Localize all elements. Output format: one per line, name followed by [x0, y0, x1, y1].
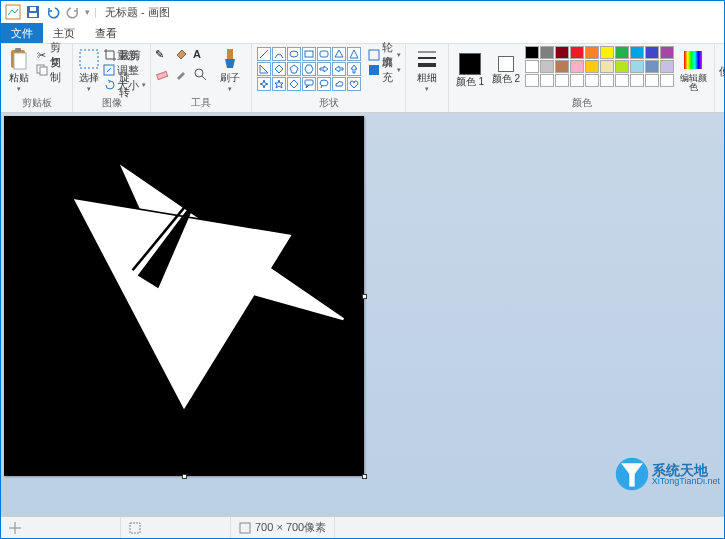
chevron-down-icon: ▾ [425, 85, 429, 93]
resize-handle[interactable] [362, 294, 367, 299]
color-swatch[interactable] [525, 46, 539, 59]
eraser-icon[interactable] [155, 67, 173, 85]
paste-button[interactable]: 粘贴 ▾ [5, 46, 34, 94]
svg-rect-29 [369, 65, 379, 75]
tab-file[interactable]: 文件 [1, 23, 43, 43]
svg-point-12 [195, 69, 203, 77]
color-swatch[interactable] [570, 74, 584, 87]
shapes-gallery[interactable] [256, 46, 362, 92]
svg-rect-5 [14, 53, 26, 69]
color-swatch[interactable] [645, 74, 659, 87]
color-swatch[interactable] [540, 46, 554, 59]
color-swatch[interactable] [570, 46, 584, 59]
color-swatch[interactable] [585, 74, 599, 87]
shape-rect-icon [302, 47, 316, 61]
copy-button[interactable]: 复制 [36, 63, 68, 77]
canvas[interactable] [4, 116, 364, 476]
svg-rect-0 [6, 5, 20, 19]
color-swatch[interactable] [645, 60, 659, 73]
color-swatch[interactable] [555, 60, 569, 73]
shape-pentagon-icon [287, 62, 301, 76]
select-button[interactable]: 选择 ▾ [77, 46, 101, 94]
color-swatch[interactable] [615, 60, 629, 73]
magnifier-icon[interactable] [193, 67, 211, 85]
shape-star6-icon [287, 77, 301, 91]
shape-arrowr-icon [317, 62, 331, 76]
picker-icon[interactable] [174, 67, 192, 85]
svg-rect-46 [240, 523, 250, 533]
shape-heart-icon [347, 77, 361, 91]
color-swatch[interactable] [525, 74, 539, 87]
text-icon[interactable]: A [193, 48, 211, 66]
svg-marker-21 [290, 65, 298, 73]
color-swatch[interactable] [615, 46, 629, 59]
select-icon [77, 47, 101, 71]
color-swatch[interactable] [555, 74, 569, 87]
canvas-area[interactable]: 系统天地 XiTongTianDi.net [1, 113, 724, 516]
qat-dropdown-icon[interactable]: ▾ [85, 7, 90, 17]
shape-oval-icon [287, 47, 301, 61]
rotate-button[interactable]: 旋转 ▾ [103, 78, 146, 92]
color1-button[interactable]: 颜色 1 [453, 46, 487, 94]
color-swatch[interactable] [600, 46, 614, 59]
color-palette[interactable] [525, 46, 674, 87]
color-swatch[interactable] [585, 46, 599, 59]
color-swatch[interactable] [555, 46, 569, 59]
chevron-down-icon: ▾ [228, 85, 232, 93]
shape-line-icon [257, 47, 271, 61]
resize-handle[interactable] [182, 474, 187, 479]
brush-icon [218, 47, 242, 71]
resize-handle[interactable] [362, 474, 367, 479]
rainbow-icon [681, 48, 705, 72]
shape-arrowu-icon [347, 62, 361, 76]
save-icon[interactable] [25, 4, 41, 20]
color-swatch[interactable] [540, 60, 554, 73]
undo-icon[interactable] [45, 4, 61, 20]
fill-button[interactable]: 填充 ▾ [368, 63, 401, 77]
tab-view[interactable]: 查看 [85, 23, 127, 43]
crosshair-icon [9, 522, 21, 534]
color-swatch[interactable] [540, 74, 554, 87]
paint3d-button[interactable]: 使用画图 3D 进行编辑 [719, 46, 725, 94]
color-swatch[interactable] [660, 46, 674, 59]
color-swatch[interactable] [600, 74, 614, 87]
bucket-icon[interactable] [174, 48, 192, 66]
pencil-icon[interactable]: ✎ [155, 48, 173, 66]
stroke-button[interactable]: 粗细 ▾ [410, 46, 444, 94]
shape-callout2-icon [317, 77, 331, 91]
color2-button[interactable]: 颜色 2 [489, 46, 523, 94]
color-swatch[interactable] [630, 46, 644, 59]
watermark-url: XiTongTianDi.net [652, 477, 720, 486]
color-swatch[interactable] [630, 60, 644, 73]
svg-rect-11 [157, 71, 168, 79]
color-swatch[interactable] [525, 60, 539, 73]
redo-icon[interactable] [65, 4, 81, 20]
shape-star4-icon [257, 77, 271, 91]
color-swatch[interactable] [615, 74, 629, 87]
svg-rect-45 [130, 523, 140, 533]
shape-callout-icon [302, 77, 316, 91]
color2-swatch [498, 56, 514, 72]
title-bar: ▾ | 无标题 - 画图 [1, 1, 724, 23]
brush-button[interactable]: 刷子 ▾ [213, 46, 247, 94]
crop-icon [103, 48, 117, 62]
shape-roundrect-icon [317, 47, 331, 61]
color-swatch[interactable] [645, 46, 659, 59]
svg-marker-17 [335, 50, 343, 57]
color-swatch[interactable] [585, 60, 599, 73]
group-label: 剪贴板 [22, 95, 52, 112]
status-size: 700 × 700像素 [231, 517, 335, 538]
color-swatch[interactable] [660, 74, 674, 87]
color-swatch[interactable] [600, 60, 614, 73]
svg-rect-3 [30, 7, 36, 11]
color-swatch[interactable] [660, 60, 674, 73]
status-bar: 700 × 700像素 [1, 516, 724, 538]
shape-cloud-icon [332, 77, 346, 91]
color-swatch[interactable] [570, 60, 584, 73]
color-swatch[interactable] [630, 74, 644, 87]
edit-colors-button[interactable]: 编辑颜色 [676, 46, 710, 94]
svg-marker-20 [275, 65, 283, 73]
stroke-icon [415, 47, 439, 71]
group-clipboard: 粘贴 ▾ ✂剪切 复制 剪贴板 [1, 44, 73, 112]
svg-marker-25 [290, 80, 298, 88]
